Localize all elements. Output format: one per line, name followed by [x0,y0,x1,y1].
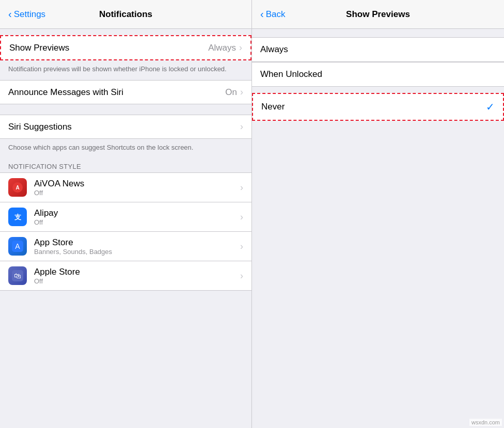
applestore-app-info: Apple Store Off [34,267,240,285]
show-previews-chevron-icon: › [239,42,242,53]
announce-messages-label: Announce Messages with Siri [8,87,225,98]
show-previews-value: Always [208,43,236,53]
aivoa-icon-svg: A [12,182,23,193]
show-previews-description: Notification previews will be shown whet… [0,60,251,80]
left-nav-title: Notifications [99,9,152,20]
right-panel: ‹ Back Show Previews Always When Unlocke… [252,0,504,428]
back-button[interactable]: ‹ Back [260,9,285,20]
gap1 [0,104,251,115]
left-nav-bar: ‹ Settings Notifications [0,0,251,29]
never-highlight: Never ✓ [252,93,504,121]
app-row-aivoa[interactable]: A AiVOA News Off › [0,173,251,202]
option-when-unlocked-row[interactable]: When Unlocked [252,62,504,86]
alipay-app-status: Off [34,218,240,226]
alipay-app-info: Alipay Off [34,208,240,226]
option-never-label: Never [261,102,486,112]
applestore-app-name: Apple Store [34,267,240,277]
right-nav-bar: ‹ Back Show Previews [252,0,504,29]
appstore-app-name: App Store [34,237,240,248]
right-content: Always When Unlocked Never ✓ [252,37,504,121]
announce-messages-row[interactable]: Announce Messages with Siri On › [0,81,251,104]
show-previews-highlight: Show Previews Always › [0,35,251,60]
svg-text:A: A [15,242,20,250]
applestore-icon-svg: 🛍 [12,270,23,281]
notification-style-header: NOTIFICATION STYLE [0,158,251,172]
svg-text:A: A [15,185,19,191]
aivoa-app-status: Off [34,189,240,197]
announce-messages-value: On [225,87,237,98]
appstore-icon-svg: A [12,241,23,252]
aivoa-app-info: AiVOA News Off [34,179,240,197]
alipay-app-icon: 支 [8,208,27,226]
right-back-label: Back [266,9,286,20]
option-when-unlocked-label: When Unlocked [260,69,496,80]
back-label: Settings [14,9,45,20]
app-row-applestore[interactable]: 🛍 Apple Store Off › [0,261,251,290]
left-panel: ‹ Settings Notifications Show Previews A… [0,0,252,428]
show-previews-label: Show Previews [9,43,208,53]
alipay-icon-svg: 支 [12,211,23,223]
app-row-appstore[interactable]: A App Store Banners, Sounds, Badges › [0,232,251,261]
app-row-alipay[interactable]: 支 Alipay Off › [0,202,251,232]
siri-suggestions-chevron-icon: › [240,121,243,132]
option-always-label: Always [260,44,496,55]
option-always-row[interactable]: Always [252,38,504,61]
appstore-app-status: Banners, Sounds, Badges [34,248,240,256]
aivoa-chevron-icon: › [240,182,243,193]
siri-suggestions-label: Siri Suggestions [8,122,240,132]
never-checkmark-icon: ✓ [486,101,495,113]
svg-text:🛍: 🛍 [14,272,21,280]
appstore-app-info: App Store Banners, Sounds, Badges [34,237,240,256]
show-previews-row[interactable]: Show Previews Always › [1,36,250,59]
alipay-app-name: Alipay [34,208,240,218]
right-nav-title: Show Previews [346,9,410,20]
siri-suggestions-description: Choose which apps can suggest Shortcuts … [0,139,251,158]
watermark: wsxdn.com [469,419,502,426]
applestore-app-status: Off [34,277,240,285]
announce-messages-chevron-icon: › [240,87,243,98]
aivoa-app-icon: A [8,178,27,197]
back-chevron-icon: ‹ [8,8,12,20]
appstore-chevron-icon: › [240,241,243,252]
right-back-chevron-icon: ‹ [260,8,264,20]
aivoa-app-name: AiVOA News [34,179,240,189]
siri-suggestions-row[interactable]: Siri Suggestions › [0,115,251,138]
settings-back-button[interactable]: ‹ Settings [8,9,45,20]
appstore-app-icon: A [8,237,27,256]
applestore-chevron-icon: › [240,271,243,281]
option-never-row[interactable]: Never ✓ [253,94,503,120]
alipay-chevron-icon: › [240,212,243,223]
applestore-app-icon: 🛍 [8,266,27,285]
svg-text:支: 支 [14,213,22,221]
